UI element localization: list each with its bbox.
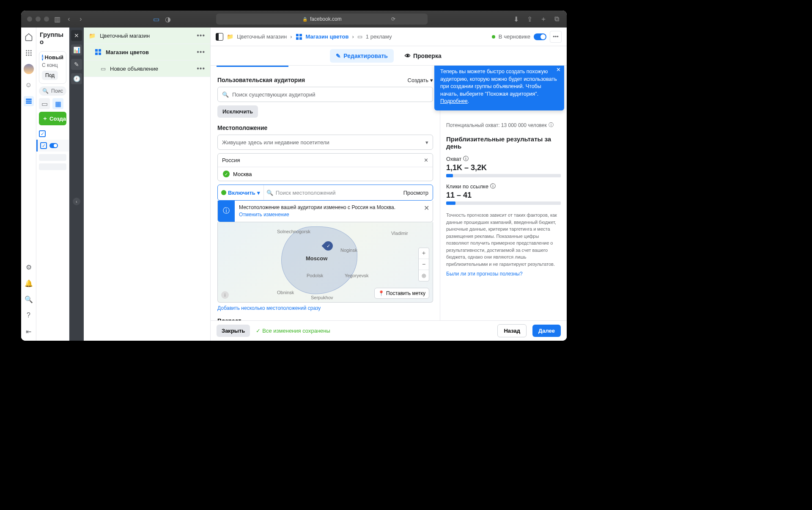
tab-edit[interactable]: ✎Редактировать xyxy=(330,49,394,63)
status-toggle[interactable] xyxy=(534,33,546,40)
more-icon[interactable]: ••• xyxy=(197,32,205,39)
table-row[interactable]: ✓ xyxy=(36,140,69,152)
new-tab-icon[interactable]: ＋ xyxy=(540,15,547,23)
checkbox-icon[interactable]: ✓ xyxy=(40,142,47,149)
crumb-ad[interactable]: 1 рекламу xyxy=(366,33,392,40)
table-icon[interactable] xyxy=(24,96,34,106)
location-box: Россия✕ ✓Москва xyxy=(217,153,433,181)
folder-tab-icon[interactable]: ▭ xyxy=(39,98,50,109)
close-icon[interactable]: ✕ xyxy=(424,157,428,163)
location-mode-select[interactable]: Живущие здесь или недавние посетители ▾ xyxy=(217,135,433,150)
learn-more-link[interactable]: Подробнее xyxy=(440,98,468,104)
crumb-adset[interactable]: Магазин цветов xyxy=(306,33,349,40)
reader-icon[interactable]: ▭ xyxy=(152,15,160,23)
view-button[interactable]: Просмотр xyxy=(399,190,433,196)
svg-point-8 xyxy=(30,55,31,56)
location-map[interactable]: Moscow Solnechnogorsk Noginsk Vladimir P… xyxy=(217,222,433,303)
zoom-in-icon[interactable]: ＋ xyxy=(419,248,429,259)
add-bulk-locations-link[interactable]: Добавить несколько местоположений сразу xyxy=(217,305,321,311)
url-bar[interactable]: 🔒 facebook.com ⟳ xyxy=(216,14,428,25)
campaigns-column: Группы о iНовый С конц Под 🔍 Поис ▭ ▦ ＋ … xyxy=(36,28,69,341)
audience-search-input[interactable]: 🔍 Поиск существующих аудиторий xyxy=(217,87,433,102)
drop-pin-button[interactable]: 📍Поставить метку xyxy=(374,288,429,299)
pin-icon: 📍 xyxy=(378,290,384,296)
avatar[interactable] xyxy=(24,64,34,74)
tree-ad[interactable]: ▭ Новое объявление ••• xyxy=(84,61,210,77)
map-info-icon[interactable]: i xyxy=(221,291,229,299)
more-icon[interactable]: ••• xyxy=(197,65,205,72)
folder-icon: 📁 xyxy=(89,33,96,39)
back-button[interactable]: Назад xyxy=(497,324,527,337)
close-icon[interactable]: ✕ xyxy=(71,30,82,41)
more-icon[interactable]: ••• xyxy=(197,48,205,56)
svg-point-5 xyxy=(30,52,31,54)
chart-icon[interactable]: 📊 xyxy=(71,44,82,55)
info-icon[interactable]: ⓘ xyxy=(463,155,469,163)
collapse-icon[interactable]: ⇤ xyxy=(24,326,34,336)
info-icon[interactable]: ⓘ xyxy=(490,182,496,190)
adset-icon xyxy=(95,49,102,55)
grid-tab-icon[interactable]: ▦ xyxy=(52,98,63,109)
apps-icon[interactable] xyxy=(24,48,34,58)
table-row[interactable]: ✓ xyxy=(36,128,69,140)
exclude-button[interactable]: Исключить xyxy=(217,105,258,118)
search-icon[interactable]: 🔍 xyxy=(24,294,34,304)
lock-icon: 🔒 xyxy=(302,17,307,22)
nav-forward-icon[interactable]: › xyxy=(77,15,85,23)
undo-link[interactable]: Отменить изменение xyxy=(239,212,289,218)
close-icon[interactable]: ✕ xyxy=(556,66,561,74)
tree-adset[interactable]: Магазин цветов ••• xyxy=(84,44,210,61)
tabs-icon[interactable]: ⧉ xyxy=(553,15,561,23)
location-search-input[interactable]: 🔍Поиск местоположений xyxy=(263,185,399,200)
reload-icon[interactable]: ⟳ xyxy=(391,16,395,22)
share-icon[interactable]: ⇪ xyxy=(526,15,534,23)
help-icon[interactable]: ? xyxy=(24,310,34,320)
next-button[interactable]: Далее xyxy=(532,325,561,337)
create-button[interactable]: ＋ Созда xyxy=(39,112,66,125)
create-audience-link[interactable]: Создать ▾ xyxy=(408,77,433,83)
download-icon[interactable]: ⬇ xyxy=(513,15,520,23)
gear-icon[interactable]: ⚙ xyxy=(24,262,34,272)
toggle[interactable] xyxy=(49,143,58,148)
close-icon[interactable]: ✕ xyxy=(420,201,433,222)
feedback-link[interactable]: Были ли эти прогнозы полезны? xyxy=(446,271,523,277)
search-icon: 🔍 xyxy=(266,190,273,196)
locate-icon[interactable]: ◎ xyxy=(419,270,429,281)
clock-icon[interactable]: 🕘 xyxy=(71,73,82,84)
estimates-sidebar: ✕ Теперь вы можете быстро создать похожу… xyxy=(440,66,567,320)
zoom-out-icon[interactable]: − xyxy=(419,259,429,270)
col2-search[interactable]: 🔍 Поис xyxy=(39,86,66,96)
include-dropdown[interactable]: Включить ▾ xyxy=(218,190,263,196)
col2-header: Группы о xyxy=(36,28,69,49)
checkbox-icon[interactable]: ✓ xyxy=(39,130,46,137)
traffic-lights[interactable] xyxy=(27,17,49,22)
bell-icon[interactable]: 🔔 xyxy=(24,278,34,288)
pencil-icon[interactable]: ✎ xyxy=(71,59,82,70)
collapse-strip-icon[interactable]: ‹ xyxy=(73,198,80,205)
footer-bar: Закрыть ✓Все изменения сохранены Назад Д… xyxy=(211,320,567,341)
svg-point-4 xyxy=(28,52,29,54)
more-icon[interactable]: ••• xyxy=(550,31,562,43)
svg-point-3 xyxy=(26,52,27,54)
info-icon[interactable]: ⓘ xyxy=(549,121,554,129)
tree-campaign[interactable]: 📁 Цветочный магазин ••• xyxy=(84,28,210,44)
sidebar-toggle-icon[interactable]: ▥ xyxy=(53,15,61,23)
panel-strip: ✕ 📊 ✎ 🕘 ‹ xyxy=(69,28,84,341)
tab-review[interactable]: 👁Проверка xyxy=(399,49,447,63)
location-chip[interactable]: ✓Москва xyxy=(218,167,433,181)
shield-icon[interactable]: ◑ xyxy=(164,15,172,23)
crumb-campaign[interactable]: Цветочный магазин xyxy=(237,33,287,40)
nav-back-icon[interactable]: ‹ xyxy=(65,15,73,23)
chip[interactable]: Под xyxy=(42,71,58,80)
svg-rect-10 xyxy=(26,101,32,102)
clicks-value: 11 – 41 xyxy=(446,191,561,200)
folder-icon: 📁 xyxy=(227,33,233,40)
home-icon[interactable] xyxy=(24,32,34,42)
svg-rect-16 xyxy=(296,34,299,36)
gauge-icon[interactable]: ☺ xyxy=(24,80,34,90)
daily-results-title: Приблизительные результаты за день xyxy=(446,135,561,150)
panel-toggle-icon[interactable] xyxy=(216,33,223,41)
svg-rect-17 xyxy=(299,34,302,36)
close-button[interactable]: Закрыть xyxy=(217,325,250,337)
search-icon: 🔍 xyxy=(222,91,229,98)
